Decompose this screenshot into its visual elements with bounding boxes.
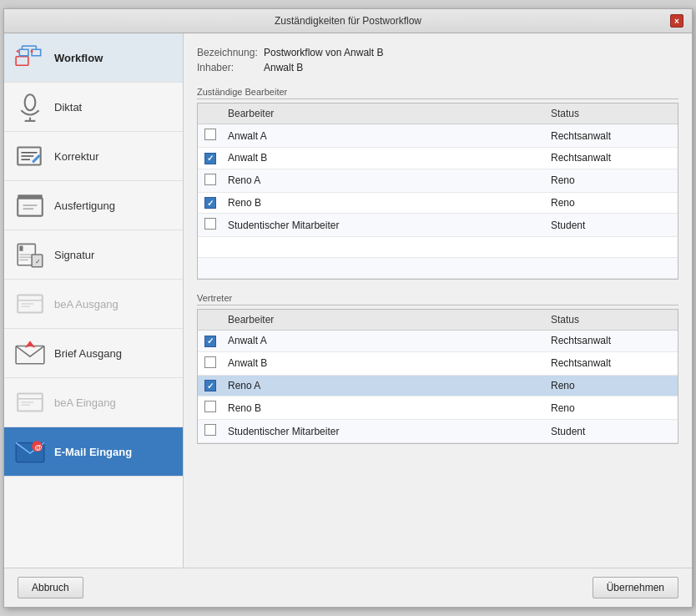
status-cell: Rechtsanwalt: [544, 124, 678, 148]
checkbox[interactable]: [204, 218, 216, 230]
sidebar-item-ausfertigung[interactable]: Ausfertigung: [4, 181, 183, 230]
svg-rect-20: [19, 245, 23, 250]
status-cell: Rechtsanwalt: [544, 331, 678, 352]
inhaber-label: Inhaber:: [197, 62, 264, 73]
bearbeiter-cell: Anwalt A: [221, 331, 544, 352]
checkbox[interactable]: [204, 174, 216, 185]
bearbeiter-cell: Reno A: [221, 169, 544, 192]
checkbox-cell: [198, 124, 221, 148]
checkbox-cell: [198, 214, 221, 237]
sidebar: Workflow Diktat: [4, 33, 184, 568]
info-row-bezeichnung: Bezeichnung: Postworkflow von Anwalt B: [197, 47, 678, 58]
table-row[interactable]: Anwalt A Rechtsanwalt: [198, 124, 678, 148]
table-row-empty: [198, 237, 678, 258]
bearbeiter-cell: Anwalt B: [221, 351, 544, 375]
main-content: Bezeichnung: Postworkflow von Anwalt B I…: [184, 33, 692, 568]
zustaendige-table: Bearbeiter Status Anwalt A Rechtsanwalt …: [198, 104, 678, 279]
table-row[interactable]: Reno B Reno: [198, 396, 678, 420]
table-row[interactable]: Studentischer Mitarbeiter Student: [198, 420, 678, 443]
bearbeiter-cell: Reno B: [221, 192, 544, 214]
zustaendige-header-row: Bearbeiter Status: [198, 104, 678, 124]
checkbox[interactable]: [204, 380, 216, 391]
status-cell: Student: [544, 420, 678, 443]
title-bar: Zuständigkeiten für Postworkflow ×: [4, 9, 692, 33]
vertreter-header-row: Bearbeiter Status: [198, 310, 678, 331]
diktat-icon: [14, 91, 46, 123]
checkbox-cell: [198, 192, 221, 214]
zustaendige-col-status: Status: [544, 104, 678, 124]
workflow-icon: [14, 42, 46, 73]
sidebar-label-bea-ausgang: beA Ausgang: [54, 298, 119, 311]
info-section: Bezeichnung: Postworkflow von Anwalt B I…: [197, 47, 678, 73]
vertreter-table: Bearbeiter Status Anwalt A Rechtsanwalt …: [198, 310, 678, 443]
zustaendige-table-container: Bearbeiter Status Anwalt A Rechtsanwalt …: [197, 103, 678, 280]
sidebar-item-email-eingang[interactable]: @ E-Mail Eingang: [4, 427, 183, 477]
sidebar-label-ausfertigung: Ausfertigung: [54, 199, 115, 212]
zustaendige-col-cb: [198, 104, 221, 124]
svg-marker-31: [25, 341, 36, 347]
sidebar-item-signatur[interactable]: ✓ Signatur: [4, 230, 183, 280]
korrektur-icon: [14, 140, 46, 172]
table-row[interactable]: Reno A Reno: [198, 375, 678, 396]
table-row-empty: [198, 258, 678, 279]
sidebar-label-bea-eingang: beA Eingang: [54, 396, 116, 409]
sidebar-label-diktat: Diktat: [54, 101, 82, 114]
inhaber-value: Anwalt B: [264, 62, 303, 73]
email-eingang-icon: @: [14, 436, 46, 467]
table-row[interactable]: Reno B Reno: [198, 192, 678, 214]
dialog-title: Zuständigkeiten für Postworkflow: [26, 15, 670, 27]
checkbox[interactable]: [204, 197, 216, 209]
checkbox[interactable]: [204, 424, 216, 436]
vertreter-section: Vertreter Bearbeiter Status: [197, 293, 678, 444]
vertreter-col-bearbeiter: Bearbeiter: [221, 310, 544, 331]
table-row[interactable]: Reno A Reno: [198, 169, 678, 192]
status-cell: Reno: [544, 192, 678, 214]
bea-eingang-icon: [14, 386, 46, 418]
table-row[interactable]: Anwalt A Rechtsanwalt: [198, 331, 678, 352]
vertreter-col-status: Status: [544, 310, 678, 331]
checkbox-cell: [198, 351, 221, 375]
checkbox[interactable]: [204, 153, 216, 164]
brief-ausgang-icon: [14, 337, 46, 369]
svg-text:✓: ✓: [35, 257, 41, 265]
footer: Abbruch Übernehmen: [4, 568, 692, 607]
sidebar-item-bea-eingang[interactable]: beA Eingang: [4, 378, 183, 427]
svg-rect-16: [18, 194, 43, 199]
svg-rect-0: [16, 57, 28, 66]
table-row[interactable]: Anwalt B Rechtsanwalt: [198, 148, 678, 169]
checkbox-cell: [198, 169, 221, 192]
close-button[interactable]: ×: [670, 14, 683, 28]
sidebar-item-bea-ausgang[interactable]: beA Ausgang: [4, 280, 183, 329]
sidebar-label-signatur: Signatur: [54, 249, 94, 261]
table-row[interactable]: Anwalt B Rechtsanwalt: [198, 351, 678, 375]
cancel-button[interactable]: Abbruch: [18, 577, 83, 598]
svg-marker-2: [32, 50, 41, 56]
sidebar-item-diktat[interactable]: Diktat: [4, 83, 183, 132]
signatur-icon: ✓: [14, 239, 46, 270]
svg-rect-15: [18, 199, 43, 216]
info-row-inhaber: Inhaber: Anwalt B: [197, 62, 678, 73]
checkbox[interactable]: [204, 356, 216, 368]
zustaendige-section: Zuständige Bearbeiter Bearbeiter Status: [197, 87, 678, 280]
content-area: Workflow Diktat: [4, 33, 692, 568]
checkbox-cell: [198, 420, 221, 443]
sidebar-item-brief-ausgang[interactable]: Brief Ausgang: [4, 329, 183, 378]
vertreter-col-cb: [198, 310, 221, 331]
vertreter-table-container: Bearbeiter Status Anwalt A Rechtsanwalt …: [197, 309, 678, 444]
bearbeiter-cell: Anwalt A: [221, 124, 544, 148]
sidebar-label-email-eingang: E-Mail Eingang: [54, 446, 132, 458]
sidebar-item-workflow[interactable]: Workflow: [4, 33, 183, 83]
ausfertigung-icon: [14, 189, 46, 221]
checkbox[interactable]: [204, 336, 216, 347]
apply-button[interactable]: Übernehmen: [593, 577, 678, 598]
bezeichnung-value: Postworkflow von Anwalt B: [264, 47, 383, 58]
checkbox[interactable]: [204, 401, 216, 412]
checkbox[interactable]: [204, 129, 216, 140]
sidebar-label-workflow: Workflow: [54, 52, 103, 64]
bearbeiter-cell: Studentischer Mitarbeiter: [221, 420, 544, 443]
table-row[interactable]: Studentischer Mitarbeiter Student: [198, 214, 678, 237]
checkbox-cell: [198, 375, 221, 396]
zustaendige-title: Zuständige Bearbeiter: [197, 87, 678, 99]
svg-point-8: [25, 94, 36, 110]
sidebar-item-korrektur[interactable]: Korrektur: [4, 132, 183, 181]
